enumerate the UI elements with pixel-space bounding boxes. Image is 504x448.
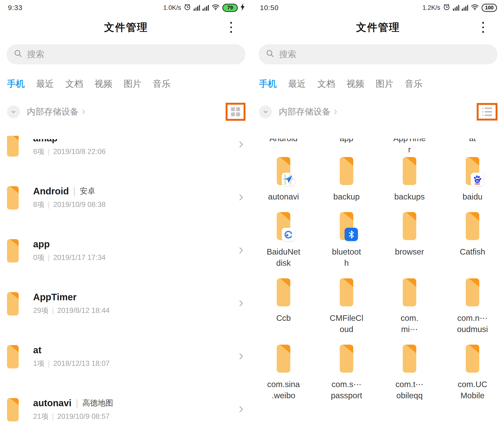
tab-图片[interactable]: 图片 [376, 78, 393, 90]
folder-name: com.n⋯oudmusi [457, 312, 488, 335]
grid-item-clipped[interactable]: app [315, 133, 378, 155]
battery-percent: 100 [485, 5, 494, 11]
grid-item-clipped[interactable]: Android [252, 133, 315, 155]
file-list-item[interactable]: at1项|2018/12/13 18:07 [7, 330, 245, 383]
folder-name-line: com.s⋯ [331, 379, 362, 390]
search-placeholder: 搜索 [279, 49, 296, 60]
tab-视频[interactable]: 视频 [94, 78, 112, 90]
file-name-text: autonavi [33, 398, 72, 408]
folder-name: com.UCMobile [458, 379, 487, 401]
status-bar: 9:33 1.0K/s 79 [0, 0, 252, 14]
breadcrumb-bar: 内部存储设备 [0, 100, 252, 124]
folder-name: app [340, 133, 353, 144]
collapse-button[interactable] [259, 106, 272, 118]
folder-name: bluetooth [332, 246, 361, 269]
file-list-item[interactable]: app0项|2019/1/17 17:34 [7, 224, 245, 277]
grid-item[interactable]: CMFileCloud [315, 278, 378, 335]
grid-item[interactable]: com.t⋯obileqq [378, 345, 441, 401]
title-bar: 文件管理 [252, 14, 504, 41]
item-count: 1项 [33, 359, 44, 368]
folder-name-line: AppTime [393, 133, 426, 144]
grid-item[interactable]: Catfish [441, 212, 504, 269]
grid-item[interactable]: browser [378, 212, 441, 269]
more-menu-button[interactable] [228, 20, 234, 35]
file-list-item[interactable]: AppTimer29项|2019/8/12 18:44 [7, 277, 245, 330]
tab-图片[interactable]: 图片 [124, 78, 141, 90]
search-input[interactable]: 搜索 [258, 44, 498, 64]
tab-文档[interactable]: 文档 [65, 78, 83, 90]
tab-音乐[interactable]: 音乐 [405, 78, 423, 90]
tab-手机[interactable]: 手机 [7, 78, 25, 90]
signal-icon-sim2 [462, 5, 468, 11]
folder-name-line: backup [333, 191, 360, 202]
file-info: AppTimer29项|2019/8/12 18:44 [33, 292, 110, 315]
grid-item[interactable]: com.sina.weibo [252, 345, 315, 401]
folder-name: autonavi [268, 191, 299, 202]
folder-name: CMFileCloud [330, 312, 363, 335]
more-menu-button[interactable] [480, 20, 486, 35]
chevron-right-icon [237, 141, 245, 149]
folder-icon [403, 345, 416, 373]
signal-icon-sim2 [202, 5, 209, 11]
folder-name-line: com. [401, 312, 418, 324]
grid-item[interactable]: bluetooth [315, 212, 378, 269]
collapse-button[interactable] [7, 106, 20, 118]
file-meta: 21项|2019/10/9 08:57 [33, 412, 113, 421]
battery-icon: 100 [482, 4, 497, 12]
folder-icon [7, 136, 19, 157]
grid-item[interactable]: BaiduNetdisk [252, 212, 315, 269]
modified-date: 2019/10/9 08:57 [57, 412, 110, 421]
grid-item[interactable]: com.s⋯passport [315, 345, 378, 401]
tab-音乐[interactable]: 音乐 [153, 78, 171, 90]
breadcrumb[interactable]: 内部存储设备 [27, 106, 79, 118]
file-list-item[interactable]: amap6项|2019/10/8 22:06 [7, 136, 245, 171]
folder-name-line: .weibo [267, 390, 300, 401]
folder-icon [277, 212, 290, 240]
folder-icon [403, 212, 416, 240]
folder-name-line: com.UC [458, 379, 487, 390]
grid-item[interactable]: com.n⋯oudmusi [441, 278, 504, 335]
tab-文档[interactable]: 文档 [317, 78, 335, 90]
folder-icon [466, 345, 479, 373]
grid-item[interactable]: backups [378, 157, 441, 202]
grid-item[interactable]: autonavi [252, 157, 315, 202]
file-meta: 8项|2019/10/9 08:38 [33, 200, 106, 210]
folder-name-line: browser [395, 246, 424, 257]
file-list-item[interactable]: Android|安卓8项|2019/10/9 08:38 [7, 171, 245, 224]
grid-item[interactable]: dubaidu [441, 157, 504, 202]
file-name-text: amap [33, 136, 58, 143]
item-count: 8项 [33, 200, 44, 210]
folder-shape [403, 278, 416, 306]
page-title: 文件管理 [356, 20, 400, 34]
svg-text:du: du [476, 179, 479, 182]
file-list-item[interactable]: autonavi|高德地图21项|2019/10/9 08:57 [7, 383, 245, 436]
folder-name-line: com.n⋯ [457, 312, 488, 324]
grid-item[interactable]: Ccb [252, 278, 315, 335]
folder-name-line: passport [331, 390, 362, 401]
grid-view-toggle-annotation[interactable] [226, 103, 246, 121]
tab-最近[interactable]: 最近 [288, 78, 306, 90]
grid-item[interactable]: com.mi⋯ [378, 278, 441, 335]
folder-name: backups [394, 191, 425, 202]
tab-视频[interactable]: 视频 [346, 78, 364, 90]
folder-name: BaiduNetdisk [267, 246, 300, 269]
search-input[interactable]: 搜索 [6, 44, 246, 64]
grid-item-clipped[interactable]: at [441, 133, 504, 155]
grid-view-icon[interactable] [231, 107, 240, 116]
list-view-icon[interactable] [482, 108, 492, 116]
folder-icon [340, 345, 353, 373]
folder-name: Ccb [276, 312, 291, 324]
folder-name: Android [270, 133, 298, 144]
grid-item[interactable]: com.UCMobile [441, 345, 504, 401]
grid-item-clipped[interactable]: AppTimer [378, 133, 441, 155]
list-view-toggle-annotation[interactable] [477, 103, 498, 121]
grid-item[interactable]: backup [315, 157, 378, 202]
modified-date: 2019/1/17 17:34 [53, 253, 106, 262]
grid-row: com.sina.weibocom.s⋯passportcom.t⋯obileq… [252, 345, 504, 401]
folder-name: com.mi⋯ [401, 312, 418, 335]
folder-icon [277, 278, 290, 306]
breadcrumb[interactable]: 内部存储设备 [279, 106, 331, 118]
tab-手机[interactable]: 手机 [259, 78, 277, 90]
chevron-right-icon [237, 194, 245, 202]
tab-最近[interactable]: 最近 [36, 78, 54, 90]
